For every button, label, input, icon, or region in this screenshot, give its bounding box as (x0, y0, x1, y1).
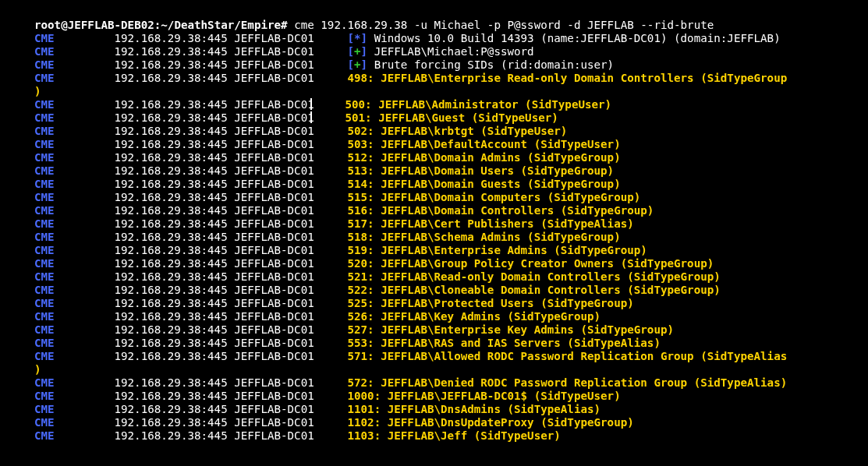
dc-host: JEFFLAB-DC01 (234, 376, 314, 389)
rid-entry: 521: JEFFLAB\Read-only Domain Controller… (347, 270, 720, 283)
target: 192.168.29.38:445 (115, 337, 235, 349)
protocol-tag: CME (34, 323, 115, 336)
protocol-tag: CME (34, 284, 115, 296)
rid-row: CME 192.168.29.38:445 JEFFLAB-DC01 512: … (34, 151, 868, 164)
rid-row: CME 192.168.29.38:445 JEFFLAB-DC01 1103:… (34, 429, 868, 443)
prompt-line[interactable]: root@JEFFLAB-DEB02:~/DeathStar/Empire# c… (34, 19, 868, 32)
protocol-tag: CME (34, 204, 115, 217)
protocol-tag: CME (34, 416, 115, 429)
protocol-tag: CME (34, 403, 115, 415)
dc-host: JEFFLAB-DC01 (234, 244, 314, 256)
protocol-tag: CME (34, 111, 115, 124)
protocol-tag: CME (34, 164, 115, 177)
dc-host: JEFFLAB-DC01 (234, 58, 314, 71)
protocol-tag: CME (34, 270, 115, 283)
rid-entry: 525: JEFFLAB\Protected Users (SidTypeGro… (347, 297, 633, 309)
dc-host: JEFFLAB-DC01 (234, 403, 314, 415)
rid-entry: 514: JEFFLAB\Domain Guests (SidTypeGroup… (347, 178, 620, 190)
rid-entry: 500: JEFFLAB\Administrator (SidTypeUser) (345, 98, 611, 111)
rid-row: CME 192.168.29.38:445 JEFFLAB-DC01 498: … (34, 72, 868, 85)
rid-entry: 1101: JEFFLAB\DnsAdmins (SidTypeAlias) (347, 403, 601, 415)
rid-entry: 519: JEFFLAB\Enterprise Admins (SidTypeG… (347, 244, 647, 256)
info-line: CME 192.168.29.38:445 JEFFLAB-DC01 [+] B… (34, 58, 868, 72)
rid-row: CME 192.168.29.38:445 JEFFLAB-DC01 519: … (34, 244, 868, 257)
rid-row: CME 192.168.29.38:445 JEFFLAB-DC01 521: … (34, 270, 868, 284)
terminal-output[interactable]: root@JEFFLAB-DEB02:~/DeathStar/Empire# c… (0, 0, 868, 461)
rid-row: CME 192.168.29.38:445 JEFFLAB-DC01 1101:… (34, 403, 868, 416)
target: 192.168.29.38:445 (115, 270, 235, 283)
dc-host: JEFFLAB-DC01 (234, 204, 314, 217)
rid-entry: 513: JEFFLAB\Domain Users (SidTypeGroup) (347, 164, 614, 177)
protocol-tag: CME (34, 429, 115, 442)
dc-host: JEFFLAB-DC01 (234, 32, 314, 44)
info-text: Windows 10.0 Build 14393 (name:JEFFLAB-D… (374, 32, 781, 44)
target: 192.168.29.38:445 (115, 323, 235, 336)
info-line: CME 192.168.29.38:445 JEFFLAB-DC01 [+] J… (34, 45, 868, 58)
status-glyph: + (354, 45, 361, 58)
command-text: cme 192.168.29.38 -u Michael -p P@ssword… (294, 19, 714, 31)
dc-host: JEFFLAB-DC01 (234, 217, 314, 230)
protocol-tag: CME (34, 151, 115, 164)
protocol-tag: CME (34, 257, 115, 270)
rid-row: CME 192.168.29.38:445 JEFFLAB-DC01 518: … (34, 231, 868, 244)
info-line: CME 192.168.29.38:445 JEFFLAB-DC01 [*] W… (34, 32, 868, 45)
target: 192.168.29.38:445 (115, 178, 235, 190)
rid-row: CME 192.168.29.38:445 JEFFLAB-DC01 526: … (34, 310, 868, 323)
target: 192.168.29.38:445 (115, 98, 235, 111)
rid-row: CME 192.168.29.38:445 JEFFLAB-DC01 527: … (34, 323, 868, 337)
protocol-tag: CME (34, 350, 115, 362)
target: 192.168.29.38:445 (115, 217, 235, 230)
prompt-path: ~/DeathStar/Empire (161, 19, 281, 31)
dc-host: JEFFLAB-DC01 (234, 231, 314, 243)
protocol-tag: CME (34, 376, 115, 389)
dc-host: JEFFLAB-DC01 (234, 45, 314, 58)
dc-host: JEFFLAB-DC01 (234, 98, 314, 111)
rid-row: CME 192.168.29.38:445 JEFFLAB-DC01 515: … (34, 191, 868, 204)
rid-row: CME 192.168.29.38:445 JEFFLAB-DC01 1102:… (34, 416, 868, 429)
target: 192.168.29.38:445 (115, 429, 235, 442)
rid-row: CME 192.168.29.38:445 JEFFLAB-DC01 571: … (34, 350, 868, 363)
rid-entry: 1103: JEFFLAB\Jeff (SidTypeUser) (347, 429, 560, 442)
target: 192.168.29.38:445 (115, 191, 235, 203)
protocol-tag: CME (34, 178, 115, 190)
dc-host: JEFFLAB-DC01 (234, 164, 314, 177)
rid-row: CME 192.168.29.38:445 JEFFLAB-DC01 514: … (34, 178, 868, 191)
prompt-host: JEFFLAB-DEB02 (68, 19, 154, 31)
rid-entry: 516: JEFFLAB\Domain Controllers (SidType… (347, 204, 654, 217)
target: 192.168.29.38:445 (115, 231, 235, 243)
rid-entry: 527: JEFFLAB\Enterprise Key Admins (SidT… (347, 323, 674, 336)
dc-host: JEFFLAB-DC01 (234, 72, 314, 84)
dc-host: JEFFLAB-DC01 (234, 270, 314, 283)
dc-host: JEFFLAB-DC01 (234, 429, 314, 442)
protocol-tag: CME (34, 125, 115, 137)
protocol-tag: CME (34, 191, 115, 203)
dc-host: JEFFLAB-DC01 (234, 350, 314, 362)
dc-host: JEFFLAB-DC01 (234, 151, 314, 164)
rid-row: CME 192.168.29.38:445 JEFFLAB-DC01 513: … (34, 164, 868, 178)
target: 192.168.29.38:445 (115, 297, 235, 309)
target: 192.168.29.38:445 (115, 257, 235, 270)
target: 192.168.29.38:445 (115, 45, 235, 58)
rid-entry: 512: JEFFLAB\Domain Admins (SidTypeGroup… (347, 151, 620, 164)
protocol-tag: CME (34, 390, 115, 402)
target: 192.168.29.38:445 (115, 244, 235, 256)
rid-entry: 571: JEFFLAB\Allowed RODC Password Repli… (347, 350, 787, 362)
rid-entry: 522: JEFFLAB\Cloneable Domain Controller… (347, 284, 720, 296)
target: 192.168.29.38:445 (115, 32, 235, 44)
dc-host: JEFFLAB-DC01 (234, 257, 314, 270)
rid-entry: 553: JEFFLAB\RAS and IAS Servers (SidTyp… (347, 337, 660, 349)
status-glyph: * (354, 32, 361, 44)
rid-entry: 515: JEFFLAB\Domain Computers (SidTypeGr… (347, 191, 640, 203)
protocol-tag: CME (34, 310, 115, 323)
dc-host: JEFFLAB-DC01 (234, 310, 314, 323)
dc-host: JEFFLAB-DC01 (234, 337, 314, 349)
target: 192.168.29.38:445 (115, 310, 235, 323)
protocol-tag: CME (34, 32, 115, 44)
rid-row: CME 192.168.29.38:445 JEFFLAB-DC01 553: … (34, 337, 868, 350)
info-text: JEFFLAB\Michael:P@ssword (374, 45, 534, 58)
target: 192.168.29.38:445 (115, 416, 235, 429)
rid-entry: 502: JEFFLAB\krbtgt (SidTypeUser) (347, 125, 567, 137)
rid-entry: 498: JEFFLAB\Enterprise Read-only Domain… (347, 72, 787, 84)
rid-row: CME 192.168.29.38:445 JEFFLAB-DC01 1000:… (34, 390, 868, 403)
rid-row: CME 192.168.29.38:445 JEFFLAB-DC01 525: … (34, 297, 868, 310)
